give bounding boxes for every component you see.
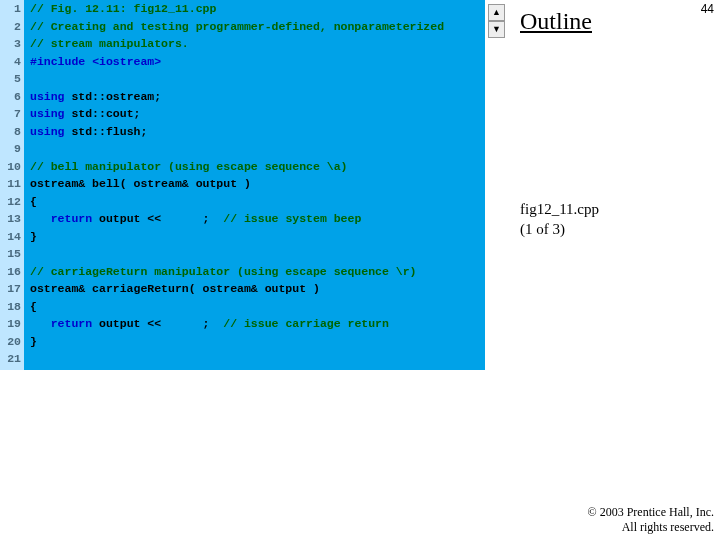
code-line: // Fig. 12.11: fig12_11.cpp (30, 0, 444, 18)
scroll-down-button[interactable]: ▼ (488, 21, 505, 38)
line-number: 13 (3, 210, 21, 228)
code-line: return output << ; // issue system beep (30, 210, 444, 228)
code-line: using std::cout; (30, 105, 444, 123)
copyright-footer: © 2003 Prentice Hall, Inc. All rights re… (588, 505, 714, 536)
line-number: 7 (3, 105, 21, 123)
line-number: 16 (3, 263, 21, 281)
line-number: 3 (3, 35, 21, 53)
copyright-line2: All rights reserved. (588, 520, 714, 536)
code-line: ostream& carriageReturn( ostream& output… (30, 280, 444, 298)
code-line: // carriageReturn manipulator (using esc… (30, 263, 444, 281)
code-body: // Fig. 12.11: fig12_11.cpp// Creating a… (24, 0, 444, 370)
code-line: #include <iostream> (30, 53, 444, 71)
line-number: 18 (3, 298, 21, 316)
scroll-controls: ▲ ▼ (488, 4, 505, 38)
code-line (30, 350, 444, 368)
line-number: 10 (3, 158, 21, 176)
line-number: 20 (3, 333, 21, 351)
code-line (30, 140, 444, 158)
line-number: 15 (3, 245, 21, 263)
line-number: 11 (3, 175, 21, 193)
line-number: 5 (3, 70, 21, 88)
figure-caption: fig12_11.cpp (1 of 3) (520, 200, 599, 239)
figure-part: (1 of 3) (520, 220, 599, 240)
line-number: 6 (3, 88, 21, 106)
line-number: 2 (3, 18, 21, 36)
scroll-up-button[interactable]: ▲ (488, 4, 505, 21)
outline-title: Outline (520, 8, 592, 35)
code-line: return output << ; // issue carriage ret… (30, 315, 444, 333)
copyright-line1: © 2003 Prentice Hall, Inc. (588, 505, 714, 521)
code-line: // bell manipulator (using escape sequen… (30, 158, 444, 176)
line-number: 17 (3, 280, 21, 298)
code-line: using std::ostream; (30, 88, 444, 106)
code-line: // Creating and testing programmer-defin… (30, 18, 444, 36)
line-number: 12 (3, 193, 21, 211)
code-line: { (30, 193, 444, 211)
code-line: ostream& bell( ostream& output ) (30, 175, 444, 193)
code-line: } (30, 333, 444, 351)
code-line: using std::flush; (30, 123, 444, 141)
line-number-gutter: 123456789101112131415161718192021 (0, 0, 24, 370)
code-line (30, 70, 444, 88)
code-line: // stream manipulators. (30, 35, 444, 53)
code-line (30, 245, 444, 263)
line-number: 8 (3, 123, 21, 141)
line-number: 14 (3, 228, 21, 246)
line-number: 19 (3, 315, 21, 333)
line-number: 1 (3, 0, 21, 18)
code-line: { (30, 298, 444, 316)
line-number: 9 (3, 140, 21, 158)
code-panel: 123456789101112131415161718192021 // Fig… (0, 0, 485, 370)
line-number: 4 (3, 53, 21, 71)
slide-number: 44 (701, 2, 714, 16)
figure-filename: fig12_11.cpp (520, 200, 599, 220)
line-number: 21 (3, 350, 21, 368)
code-line: } (30, 228, 444, 246)
